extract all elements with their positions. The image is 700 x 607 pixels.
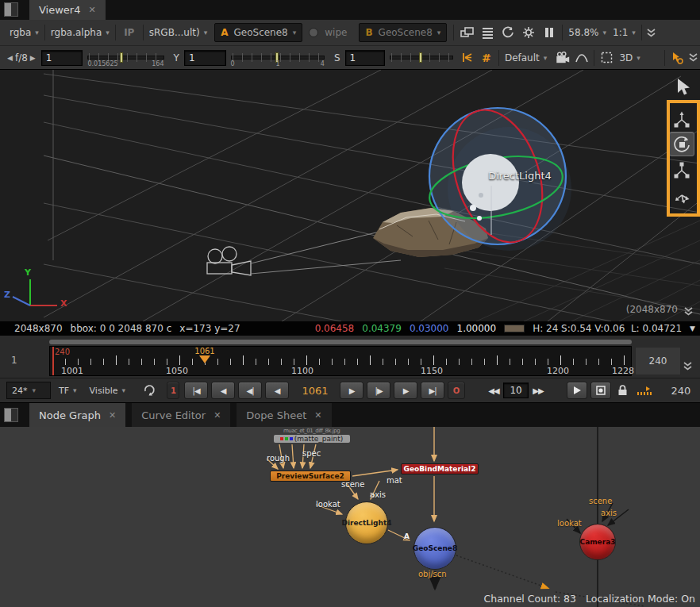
infobar-dropdown-icon[interactable]: ▼ (690, 325, 695, 332)
tab-dope-sheet[interactable]: Dope Sheet ✕ (237, 403, 331, 427)
input-b-dropdown[interactable]: B GeoScene8 (359, 23, 447, 42)
wipe-toggle[interactable] (309, 28, 318, 37)
chevron-double-down-icon[interactable] (683, 306, 694, 317)
input-a-dropdown[interactable]: A GeoScene8 (214, 23, 302, 42)
end-frame-label: 240 (662, 385, 700, 397)
fps-dropdown[interactable]: 24* (6, 382, 51, 399)
timeline-scrollbar[interactable] (49, 340, 632, 344)
input-process-button[interactable]: IP (118, 23, 140, 42)
pause-icon[interactable] (539, 23, 560, 42)
play-button[interactable]: ▶ (340, 382, 363, 399)
viewport-3d[interactable]: DirectLight4 Y X Z (2048x870 (0, 70, 700, 321)
tab-viewer4[interactable]: Viewer4 ✕ (29, 0, 106, 20)
timeline-ruler[interactable]: 240 1001 1050 1100 1150 1200 1228 1061 (49, 346, 632, 376)
marquee-select-icon[interactable] (597, 48, 616, 67)
roi-gear-icon[interactable] (518, 23, 539, 42)
jump-back-button[interactable]: ◀◀ (484, 382, 503, 399)
layer-dropdown[interactable]: rgba.alpha (48, 24, 113, 41)
jump-forward-button[interactable]: ▶▶ (529, 382, 548, 399)
panel-layout-icon[interactable] (4, 408, 18, 422)
nuke-window: Viewer4 ✕ rgba rgba.alpha IP sRGB...ult)… (0, 0, 700, 607)
playhead-frame-label: 1061 (194, 347, 214, 355)
proxy-toggle-icon[interactable] (456, 23, 477, 42)
visibility-dropdown[interactable]: Visible (87, 382, 129, 399)
chevron-double-down-icon[interactable] (683, 361, 693, 371)
camera-icon[interactable] (553, 48, 572, 67)
light-gizmo-label: DirectLight4 (476, 170, 563, 182)
flipbook-button[interactable] (567, 382, 587, 399)
range-end-box[interactable]: 240 (635, 347, 681, 375)
rotate-tool-button[interactable] (669, 132, 694, 156)
curve-icon[interactable] (572, 48, 591, 67)
stack-mode-icon[interactable] (477, 23, 498, 42)
blue-chip-icon (290, 437, 293, 440)
skew-tool-button[interactable] (669, 182, 694, 207)
close-icon[interactable]: ✕ (109, 410, 116, 421)
goto-end-button[interactable]: ▶| (421, 382, 444, 399)
saturation-input[interactable]: 1 (345, 50, 386, 66)
read-node[interactable]: muac_et_01_diff_8k.jpg (matte_paint) (262, 428, 361, 443)
close-icon[interactable]: ✕ (88, 5, 95, 15)
keys-timeline-icon[interactable] (633, 381, 656, 400)
current-frame-field[interactable]: 1061 (294, 385, 337, 397)
light-icon[interactable] (458, 48, 477, 67)
close-icon[interactable]: ✕ (314, 410, 321, 421)
chevron-double-down-icon[interactable] (644, 24, 659, 41)
record-button[interactable] (590, 382, 611, 399)
axis-y-label: Y (25, 267, 31, 278)
select-tool-button[interactable] (669, 74, 694, 98)
play-backward-button[interactable]: ◀ (265, 382, 289, 399)
playhead-marker[interactable] (199, 355, 210, 363)
color-swatch (504, 325, 525, 332)
close-icon[interactable]: ✕ (213, 410, 221, 421)
next-keyframe-button[interactable]: ▶ (394, 382, 417, 399)
channels-dropdown[interactable]: rgba (6, 24, 42, 41)
goto-start-button[interactable]: |◀ (184, 382, 208, 399)
lock-icon[interactable] (614, 381, 630, 400)
tab-node-graph[interactable]: Node Graph ✕ (29, 403, 125, 427)
zoom-level-dropdown[interactable]: 58.8% (565, 24, 610, 41)
refresh-icon[interactable] (498, 23, 518, 42)
gamma-slider[interactable]: 0 1 4 (231, 49, 325, 67)
chevron-double-down-icon[interactable] (687, 49, 700, 67)
node-direct-light[interactable]: DirectLight4 (345, 501, 388, 544)
panel-layout-icon[interactable] (4, 2, 18, 17)
lut-dropdown[interactable]: Default (502, 49, 550, 67)
node-camera[interactable]: Camera3 (579, 524, 616, 560)
edge-label-lookat: lookat (316, 500, 340, 509)
node-geo-bind-material[interactable]: GeoBindMaterial2 (401, 463, 479, 474)
tf-dropdown[interactable]: TF (56, 382, 80, 399)
translate-tool-button[interactable] (669, 106, 694, 131)
saturation-slider[interactable] (390, 49, 453, 67)
view-select-dropdown[interactable]: 3D (616, 49, 662, 67)
gain-input[interactable]: 1 (41, 50, 83, 66)
input-b-letter: B (365, 27, 372, 38)
pixel-aspect-dropdown[interactable]: 1:1 (610, 24, 639, 41)
prev-keyframe-button[interactable]: ◀ (211, 382, 235, 399)
tab-curve-editor[interactable]: Curve Editor ✕ (132, 403, 230, 427)
in-point-indicator[interactable]: 1 (167, 382, 179, 399)
node-geo-scene[interactable]: GeoScene8 (413, 527, 456, 570)
grid-lines (44, 70, 700, 321)
edge-label-mat: mat (387, 476, 402, 485)
aperture-next-icon[interactable]: ▶ (28, 54, 38, 62)
gamma-input[interactable]: 1 (184, 50, 226, 66)
edge-label-axis: axis (370, 490, 386, 499)
stop-button[interactable]: O (448, 382, 465, 399)
edge-label-a: A (404, 532, 410, 540)
cursor-lock-icon[interactable] (667, 48, 687, 67)
gamma-label: Y (174, 52, 179, 63)
step-forward-button[interactable]: |▶ (367, 382, 390, 399)
grid-hash-icon[interactable]: # (477, 48, 496, 67)
aperture-prev-icon[interactable]: ◀ (5, 54, 15, 62)
frame-increment-field[interactable]: 10 (503, 382, 529, 398)
gain-slider[interactable]: 0.015625 164 (87, 49, 163, 67)
loop-mode-icon[interactable] (140, 381, 160, 400)
edge-label-cam-axis: axis (601, 509, 617, 517)
viewer-process-dropdown[interactable]: sRGB...ult) (146, 24, 210, 41)
node-graph-canvas[interactable]: muac_et_01_diff_8k.jpg (matte_paint) Pre… (0, 427, 700, 607)
step-back-button[interactable]: ◀| (238, 382, 262, 399)
scale-tool-button[interactable] (669, 157, 694, 182)
edge-label-spec: spec (302, 449, 321, 458)
node-preview-surface[interactable]: PreviewSurface2 (270, 471, 351, 482)
